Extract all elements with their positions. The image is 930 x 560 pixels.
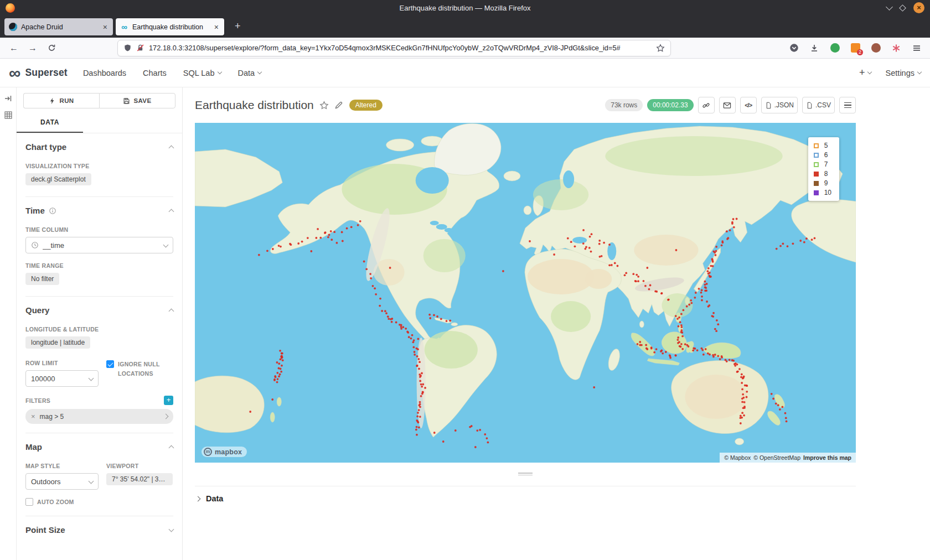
new-tab-button[interactable]: + <box>230 19 245 33</box>
ignore-null-checkbox[interactable] <box>106 360 114 368</box>
legend-value: 8 <box>824 170 828 178</box>
favorite-star-icon[interactable] <box>319 101 329 110</box>
tab-label: Earthquake distribution <box>132 23 209 31</box>
ignore-null-checkbox-row: IGNORE NULL LOCATIONS <box>106 360 173 378</box>
pocket-icon[interactable] <box>786 40 802 56</box>
forward-button[interactable]: → <box>24 40 41 56</box>
downloads-icon[interactable] <box>807 40 822 56</box>
chart-area: Earthquake distribution Altered 73k rows… <box>183 87 930 560</box>
caret-down-icon <box>867 70 871 74</box>
time-column-select[interactable]: __time <box>25 237 173 253</box>
map-style-select[interactable]: Outdoors <box>25 473 99 490</box>
section-map[interactable]: Map <box>25 433 173 454</box>
nav-sql-lab[interactable]: SQL Lab <box>183 69 221 77</box>
tab-apache-druid[interactable]: Apache Druid × <box>4 18 113 35</box>
section-time[interactable]: Time <box>25 197 173 217</box>
time-column-label: TIME COLUMN <box>25 226 173 233</box>
auto-zoom-label: AUTO ZOOM <box>37 497 74 507</box>
filters-label: FILTERS <box>25 397 50 404</box>
file-icon <box>806 102 813 109</box>
legend-value: 7 <box>824 160 828 168</box>
section-query[interactable]: Query <box>25 297 173 317</box>
settings-menu[interactable]: Settings <box>886 69 921 77</box>
tracking-shield-icon[interactable] <box>123 44 132 52</box>
time-range-chip[interactable]: No filter <box>25 273 59 285</box>
attribution-osm-link[interactable]: © OpenStreetMap <box>753 454 800 461</box>
nav-charts[interactable]: Charts <box>143 69 167 77</box>
export-csv-button[interactable]: .CSV <box>802 97 835 113</box>
legend-item: 10 <box>814 189 831 196</box>
insecure-lock-icon[interactable] <box>136 44 144 52</box>
save-disk-icon <box>123 97 130 105</box>
tab-strip: Apache Druid × ∞ Earthquake distribution… <box>0 15 930 38</box>
file-icon <box>765 102 772 109</box>
row-count-badge: 73k rows <box>605 99 643 111</box>
extension-orange-icon[interactable]: 2 <box>848 40 863 56</box>
chart-menu-button[interactable] <box>839 97 856 113</box>
brand-name: Superset <box>25 67 68 79</box>
filter-pill[interactable]: × mag > 5 <box>25 409 173 424</box>
tab-data[interactable]: DATA <box>17 114 83 133</box>
superset-logo[interactable]: ∞ Superset <box>9 65 68 81</box>
resize-grip[interactable] <box>518 473 533 475</box>
remove-filter-icon[interactable]: × <box>31 412 35 421</box>
viz-type-chip[interactable]: deck.gl Scatterplot <box>25 173 91 185</box>
viewport-chip[interactable]: 7° 35' 54.02" | 31... <box>106 473 173 485</box>
mapbox-logo[interactable]: m mapbox <box>202 447 247 457</box>
url-bar[interactable]: 172.18.0.3:32108/superset/explore/?form_… <box>117 40 671 56</box>
nav-dashboards[interactable]: Dashboards <box>83 69 126 77</box>
tab-label: Apache Druid <box>21 23 98 31</box>
close-tab-icon[interactable]: × <box>102 23 108 32</box>
new-item-menu[interactable]: + <box>859 67 871 79</box>
minimize-icon[interactable] <box>886 3 893 11</box>
copy-permalink-button[interactable] <box>698 97 715 113</box>
improve-map-link[interactable]: Improve this map <box>803 454 851 461</box>
maximize-icon[interactable] <box>899 4 906 12</box>
export-json-button[interactable]: .JSON <box>761 97 798 113</box>
data-section-toggle[interactable]: Data <box>195 486 856 511</box>
filter-chevron-icon <box>163 414 169 419</box>
left-rail <box>0 87 17 560</box>
back-button[interactable]: ← <box>6 40 22 56</box>
caret-down-icon <box>257 70 262 74</box>
deckgl-map[interactable]: 5678910 m mapbox © Mapbox © OpenStreetMa… <box>195 123 856 463</box>
save-button[interactable]: SAVE <box>99 93 175 108</box>
url-text[interactable]: 172.18.0.3:32108/superset/explore/?form_… <box>149 44 652 52</box>
menu-hamburger-icon[interactable] <box>909 40 924 56</box>
close-tab-icon[interactable]: × <box>213 23 220 32</box>
extension-green-icon[interactable] <box>827 40 843 56</box>
add-filter-button[interactable]: + <box>164 396 173 405</box>
tab-earthquake-distribution[interactable]: ∞ Earthquake distribution × <box>116 18 224 35</box>
legend-value: 9 <box>824 179 828 187</box>
window-titlebar: Earthquake distribution — Mozilla Firefo… <box>0 0 930 15</box>
attribution-mapbox-link[interactable]: © Mapbox <box>724 454 751 461</box>
viewport-label: VIEWPORT <box>106 463 173 469</box>
clock-icon <box>31 241 39 249</box>
bookmark-star-icon[interactable] <box>656 44 665 53</box>
dataset-grid-icon[interactable] <box>4 111 13 120</box>
map-style-label: MAP STYLE <box>25 463 99 469</box>
reload-button[interactable] <box>43 40 60 56</box>
embed-code-button[interactable]: </> <box>740 97 757 113</box>
collapse-chevron-icon <box>169 309 174 314</box>
world-map[interactable] <box>195 123 856 463</box>
extension-asterisk-icon[interactable] <box>888 40 904 56</box>
email-report-button[interactable] <box>719 97 736 113</box>
nav-data[interactable]: Data <box>238 69 262 77</box>
auto-zoom-checkbox[interactable] <box>25 498 33 506</box>
info-icon <box>49 207 56 215</box>
expand-datasource-icon[interactable] <box>4 94 13 103</box>
row-limit-select[interactable]: 100000 <box>25 370 99 387</box>
section-point-size[interactable]: Point Size <box>25 516 173 537</box>
chart-title: Earthquake distribution <box>195 98 314 112</box>
close-window-icon[interactable]: × <box>913 2 924 13</box>
lonlat-chip[interactable]: longitude | latitude <box>25 336 90 349</box>
section-chart-type[interactable]: Chart type <box>25 133 173 154</box>
edit-pencil-icon[interactable] <box>334 101 344 110</box>
run-button[interactable]: RUN <box>23 93 99 108</box>
legend-item: 9 <box>814 179 831 187</box>
legend-value: 6 <box>824 151 828 159</box>
reload-icon <box>48 44 56 52</box>
panel-tabs: DATA <box>17 114 182 133</box>
extension-avatar-icon[interactable] <box>868 40 884 56</box>
